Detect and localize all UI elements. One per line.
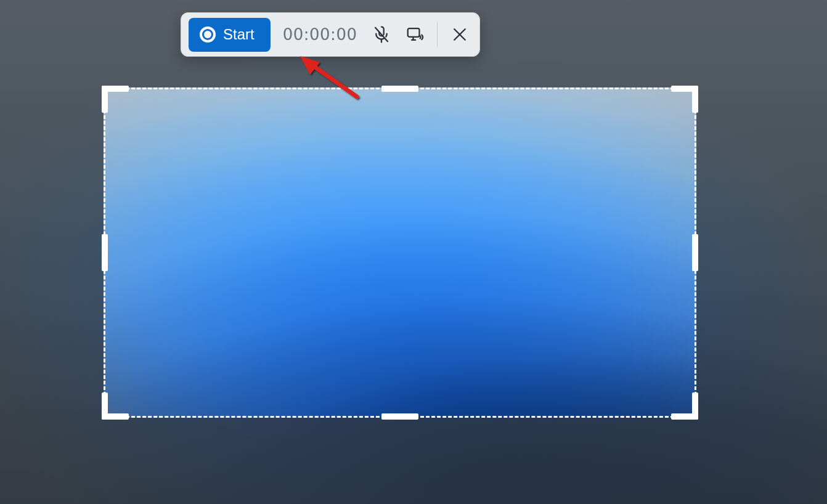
close-icon bbox=[450, 25, 469, 44]
resize-handle-bottom-left[interactable] bbox=[102, 392, 129, 420]
resize-handle-right[interactable] bbox=[692, 234, 698, 271]
resize-handle-bottom[interactable] bbox=[381, 413, 418, 420]
resize-handle-left[interactable] bbox=[102, 234, 108, 271]
dim-overlay-left bbox=[0, 87, 104, 418]
toolbar-divider bbox=[437, 22, 438, 47]
timer-display: 00:00:00 bbox=[279, 25, 361, 44]
recorder-toolbar: Start 00:00:00 bbox=[181, 12, 480, 57]
capture-selection-region[interactable] bbox=[104, 87, 696, 418]
microphone-off-icon bbox=[372, 25, 391, 44]
system-audio-icon bbox=[405, 25, 424, 44]
system-audio-toggle-button[interactable] bbox=[402, 22, 427, 47]
start-button[interactable]: Start bbox=[189, 18, 271, 52]
start-button-label: Start bbox=[223, 26, 255, 43]
svg-rect-2 bbox=[408, 28, 420, 37]
resize-handle-top-left[interactable] bbox=[102, 86, 129, 113]
resize-handle-bottom-right[interactable] bbox=[671, 392, 698, 420]
close-button[interactable] bbox=[447, 22, 472, 47]
microphone-toggle-button[interactable] bbox=[369, 22, 394, 47]
resize-handle-top[interactable] bbox=[381, 86, 418, 92]
dim-overlay-bottom bbox=[0, 418, 827, 504]
resize-handle-top-right[interactable] bbox=[671, 86, 698, 113]
dim-overlay-right bbox=[696, 87, 827, 418]
record-icon bbox=[200, 26, 216, 43]
